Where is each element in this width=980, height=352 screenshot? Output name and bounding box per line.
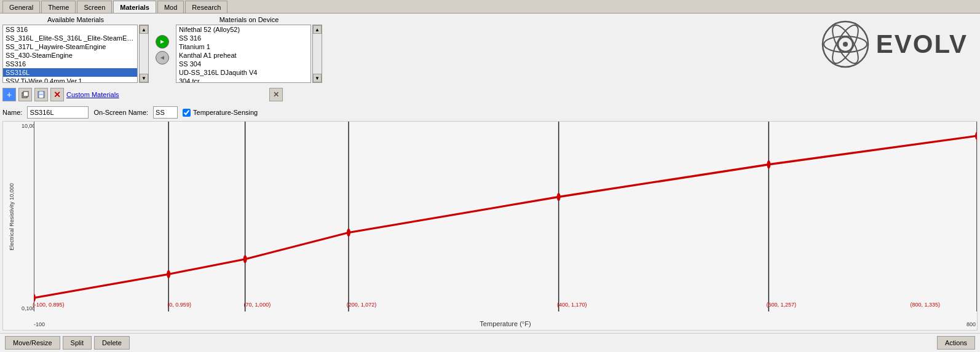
main-content: Available Materials SS 316 SS_316L _Elit… xyxy=(0,14,980,352)
scroll-down-arrow[interactable]: ▼ xyxy=(313,74,322,82)
temp-sensing-label[interactable]: Temperature-Sensing xyxy=(183,109,258,117)
svg-rect-3 xyxy=(39,92,43,94)
evolv-logo-text: EVOLV xyxy=(876,29,968,59)
available-materials-panel: Available Materials SS 316 SS_316L _Elit… xyxy=(2,16,149,83)
chart-area: Electrical Resistivity 10,000 10,000 0,1… xyxy=(2,121,978,330)
list-item[interactable]: SS_430-SteamEngine xyxy=(3,51,137,60)
tab-general[interactable]: General xyxy=(2,1,40,13)
device-list-container: Nifethal 52 (Alloy52) SS 316 Titanium 1 … xyxy=(176,25,322,83)
available-list-scrollbar[interactable]: ▲ ▼ xyxy=(139,25,149,83)
list-item[interactable]: SS_317L _Haywire-SteamEngine xyxy=(3,42,137,51)
available-materials-list[interactable]: SS 316 SS_316L _Elite-SS_316L _Elite-Ste… xyxy=(2,25,138,83)
svg-rect-1 xyxy=(23,92,28,96)
transfer-buttons: ► ◄ xyxy=(154,16,171,83)
data-label-0: (-100, 0.895) xyxy=(33,302,65,308)
tab-theme[interactable]: Theme xyxy=(41,1,76,13)
device-materials-list[interactable]: Nifethal 52 (Alloy52) SS 316 Titanium 1 … xyxy=(176,25,311,83)
x-axis-title: Temperature (°F) xyxy=(480,320,531,327)
list-item[interactable]: SS_316L _Elite-SS_316L _Elite-SteamEngin… xyxy=(3,34,137,42)
copy-icon xyxy=(22,91,29,98)
list-item[interactable]: SSV Ti-Wire 0.4mm Ver.1 xyxy=(3,77,137,83)
list-item[interactable]: SS 304 xyxy=(176,60,310,68)
tab-research[interactable]: Research xyxy=(185,1,227,13)
add-to-device-button[interactable]: ► xyxy=(156,35,169,49)
name-row: Name: On-Screen Name: Temperature-Sensin… xyxy=(0,104,980,121)
tab-mod[interactable]: Mod xyxy=(157,1,184,13)
name-input[interactable] xyxy=(27,106,89,119)
data-label-5: (600, 1,257) xyxy=(766,302,796,308)
scroll-track xyxy=(313,34,322,74)
logo-area: EVOLV xyxy=(821,20,968,69)
list-item-selected[interactable]: SS316L xyxy=(3,68,137,77)
delete-button[interactable]: Delete xyxy=(94,336,130,350)
tab-materials[interactable]: Materials xyxy=(113,1,156,13)
available-list-container: SS 316 SS_316L _Elite-SS_316L _Elite-Ste… xyxy=(2,25,149,83)
data-point-labels: (-100, 0.895) (0, 0.959) (70, 1,000) (20… xyxy=(34,302,977,311)
data-label-2: (70, 1,000) xyxy=(244,302,271,308)
tab-bar: General Theme Screen Materials Mod Resea… xyxy=(0,0,980,14)
svg-rect-11 xyxy=(34,122,977,311)
add-material-button[interactable]: + xyxy=(2,88,16,101)
custom-materials-link[interactable]: Custom Materials xyxy=(66,91,119,98)
svg-point-21 xyxy=(243,255,247,263)
list-item[interactable]: SS 316 xyxy=(176,34,310,42)
temp-sensing-text: Temperature-Sensing xyxy=(193,109,258,116)
svg-point-24 xyxy=(767,160,770,168)
list-item[interactable]: SS 316 xyxy=(3,25,137,34)
copy-material-button[interactable] xyxy=(18,88,32,101)
scroll-up-arrow[interactable]: ▲ xyxy=(140,25,148,34)
save-icon xyxy=(38,91,45,98)
device-materials-panel: Materials on Device Nifethal 52 (Alloy52… xyxy=(176,16,322,83)
bottom-buttons: Move/Resize Split Delete Actions xyxy=(0,333,980,352)
data-label-1: (0, 0.959) xyxy=(167,302,191,308)
available-materials-label: Available Materials xyxy=(2,16,149,23)
x-min-label: -100 xyxy=(34,321,45,327)
svg-point-20 xyxy=(167,270,170,278)
split-button[interactable]: Split xyxy=(63,336,92,350)
actions-button[interactable]: Actions xyxy=(937,336,975,350)
clear-button[interactable]: ✕ xyxy=(269,88,283,101)
name-label: Name: xyxy=(2,109,22,116)
device-materials-label: Materials on Device xyxy=(176,16,322,23)
device-list-scrollbar[interactable]: ▲ ▼ xyxy=(312,25,322,83)
scroll-track xyxy=(140,34,148,74)
scroll-down-arrow[interactable]: ▼ xyxy=(140,74,148,82)
remove-from-device-button[interactable]: ◄ xyxy=(156,51,169,65)
list-item[interactable]: UD-SS_316L DJaquith V4 xyxy=(176,68,310,77)
x-max-label: 800 xyxy=(966,321,976,327)
list-item[interactable]: SS316 xyxy=(3,60,137,68)
svg-point-23 xyxy=(557,193,561,201)
tab-screen[interactable]: Screen xyxy=(77,1,112,13)
list-item[interactable]: Kanthal A1 preheat xyxy=(176,51,310,60)
list-item[interactable]: Titanium 1 xyxy=(176,42,310,51)
data-label-3: (200, 1,072) xyxy=(347,302,377,308)
save-material-button[interactable] xyxy=(34,88,48,101)
data-label-6: (800, 1,335) xyxy=(910,302,940,308)
evolv-logo-icon xyxy=(821,20,870,69)
svg-rect-4 xyxy=(39,95,43,98)
data-label-4: (400, 1,170) xyxy=(557,302,587,308)
y-axis-label: Electrical Resistivity 10,000 xyxy=(9,183,15,251)
move-resize-button[interactable]: Move/Resize xyxy=(5,336,60,350)
chart-svg xyxy=(34,122,977,311)
action-buttons-row: + ✕ Custom Materials ✕ xyxy=(0,85,980,104)
onscreen-input[interactable] xyxy=(153,106,178,119)
list-item[interactable]: Nifethal 52 (Alloy52) xyxy=(176,25,310,34)
x-axis: -100 800 Temperature (°F) xyxy=(34,313,977,330)
onscreen-label: On-Screen Name: xyxy=(93,109,148,116)
list-item[interactable]: 304 tcr xyxy=(176,77,310,83)
top-area: Available Materials SS 316 SS_316L _Elit… xyxy=(0,14,980,121)
svg-point-6 xyxy=(843,42,848,47)
delete-material-button[interactable]: ✕ xyxy=(50,88,64,101)
temp-sensing-checkbox[interactable] xyxy=(183,109,191,117)
scroll-up-arrow[interactable]: ▲ xyxy=(313,25,322,34)
svg-point-22 xyxy=(347,229,350,237)
